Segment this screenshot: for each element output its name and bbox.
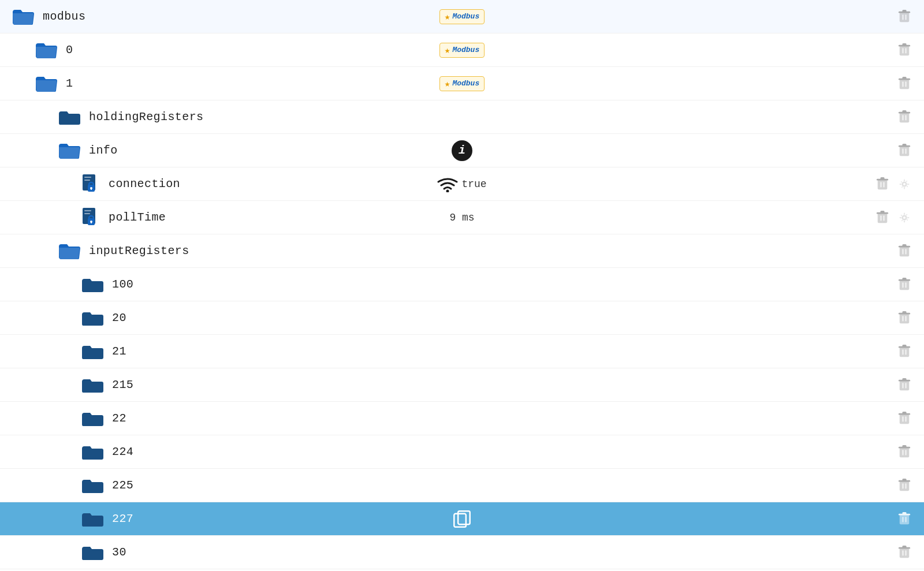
row-center xyxy=(404,510,520,528)
svg-rect-84 xyxy=(900,447,910,457)
gear-button[interactable] xyxy=(896,210,912,226)
svg-rect-92 xyxy=(902,483,903,488)
svg-rect-87 xyxy=(902,450,903,455)
row-left: 215 xyxy=(81,376,896,394)
tree-container: modbus ★Modbus 0 ★Modbus 1 ★Modbus holdi… xyxy=(0,0,924,571)
trash-button[interactable] xyxy=(874,210,891,226)
row-actions xyxy=(896,344,912,360)
trash-button[interactable] xyxy=(896,511,912,527)
tree-row-224[interactable]: 224 xyxy=(0,435,924,469)
trash-button[interactable] xyxy=(896,277,912,293)
svg-rect-5 xyxy=(900,46,910,55)
row-center: i xyxy=(404,140,520,161)
row-label: 1 xyxy=(66,77,73,90)
svg-rect-57 xyxy=(902,249,903,254)
trash-button[interactable] xyxy=(874,176,891,192)
gear-button[interactable] xyxy=(896,176,912,192)
svg-rect-89 xyxy=(900,481,910,491)
folder-open-icon xyxy=(58,141,81,160)
info-circle-icon: i xyxy=(452,140,472,161)
svg-rect-19 xyxy=(905,115,906,120)
row-left: 20 xyxy=(81,309,896,327)
tree-row-100[interactable]: 100 xyxy=(0,268,924,301)
svg-rect-93 xyxy=(905,483,906,488)
row-actions xyxy=(896,377,912,393)
tree-row-30[interactable]: 30 xyxy=(0,536,924,569)
tree-row-215[interactable]: 215 xyxy=(0,368,924,402)
tree-row-inputRegisters[interactable]: inputRegisters xyxy=(0,234,924,268)
svg-rect-83 xyxy=(905,416,906,421)
folder-closed-icon xyxy=(81,342,104,361)
svg-rect-37 xyxy=(883,182,884,187)
svg-rect-86 xyxy=(902,445,906,447)
folder-closed-icon xyxy=(81,409,104,428)
folder-closed-icon xyxy=(81,510,104,528)
folder-closed-icon xyxy=(81,443,104,461)
svg-rect-74 xyxy=(900,380,910,390)
row-actions xyxy=(896,76,912,92)
trash-button[interactable] xyxy=(896,143,912,159)
row-label: holdingRegisters xyxy=(89,110,203,124)
svg-rect-42 xyxy=(84,213,90,214)
trash-button[interactable] xyxy=(896,344,912,360)
svg-rect-23 xyxy=(902,148,903,154)
row-label: info xyxy=(89,144,118,157)
trash-button[interactable] xyxy=(896,544,912,561)
tree-row-21[interactable]: 21 xyxy=(0,335,924,368)
trash-button[interactable] xyxy=(896,310,912,326)
folder-closed-icon xyxy=(81,476,104,495)
row-left: inputRegisters xyxy=(58,242,896,260)
folder-open-icon xyxy=(12,8,35,26)
tree-row-22[interactable]: 22 xyxy=(0,402,924,435)
tree-row-20[interactable]: 20 xyxy=(0,301,924,335)
svg-rect-8 xyxy=(902,48,903,53)
svg-rect-66 xyxy=(902,311,906,314)
folder-closed-icon xyxy=(81,275,104,294)
tree-row-connection[interactable]: connection true xyxy=(0,167,924,201)
trash-button[interactable] xyxy=(896,109,912,125)
svg-rect-35 xyxy=(880,177,884,180)
tree-row-1[interactable]: 1 ★Modbus xyxy=(0,67,924,100)
row-label: 22 xyxy=(112,412,126,425)
tree-row-info[interactable]: infoi xyxy=(0,134,924,167)
trash-button[interactable] xyxy=(896,377,912,393)
trash-button[interactable] xyxy=(896,243,912,259)
svg-rect-101 xyxy=(900,548,910,558)
row-label: inputRegisters xyxy=(89,244,189,257)
svg-rect-3 xyxy=(902,14,903,20)
trash-button[interactable] xyxy=(896,42,912,58)
tree-row-225[interactable]: 225 xyxy=(0,469,924,502)
trash-button[interactable] xyxy=(896,410,912,427)
wifi-icon xyxy=(437,176,458,192)
svg-rect-9 xyxy=(905,48,906,53)
svg-rect-71 xyxy=(902,345,906,347)
copy-icon[interactable] xyxy=(453,510,471,528)
trash-button[interactable] xyxy=(896,76,912,92)
svg-rect-20 xyxy=(900,146,910,155)
tree-row-modbus[interactable]: modbus ★Modbus xyxy=(0,0,924,33)
svg-rect-96 xyxy=(900,514,910,524)
trash-button[interactable] xyxy=(896,477,912,494)
tree-row-227[interactable]: 227 xyxy=(0,502,924,536)
trash-button[interactable] xyxy=(896,444,912,460)
svg-rect-64 xyxy=(900,314,910,323)
tree-row-pollTime[interactable]: pollTime9 ms xyxy=(0,201,924,234)
row-actions xyxy=(896,9,912,25)
file-lock-icon xyxy=(81,173,100,195)
svg-rect-36 xyxy=(880,182,881,187)
tree-row-0[interactable]: 0 ★Modbus xyxy=(0,33,924,67)
svg-rect-12 xyxy=(902,77,906,79)
row-actions xyxy=(896,243,912,259)
svg-rect-26 xyxy=(84,177,91,178)
row-left: 22 xyxy=(81,409,896,428)
row-center: ★Modbus xyxy=(404,43,520,58)
svg-rect-13 xyxy=(902,81,903,87)
tree-row-holdingRegisters[interactable]: holdingRegisters xyxy=(0,100,924,134)
trash-button[interactable] xyxy=(896,9,912,25)
row-label: connection xyxy=(109,177,180,191)
svg-rect-0 xyxy=(900,12,910,21)
svg-rect-50 xyxy=(880,215,881,221)
svg-rect-99 xyxy=(902,517,903,522)
svg-rect-7 xyxy=(902,43,906,46)
svg-rect-104 xyxy=(902,550,903,555)
